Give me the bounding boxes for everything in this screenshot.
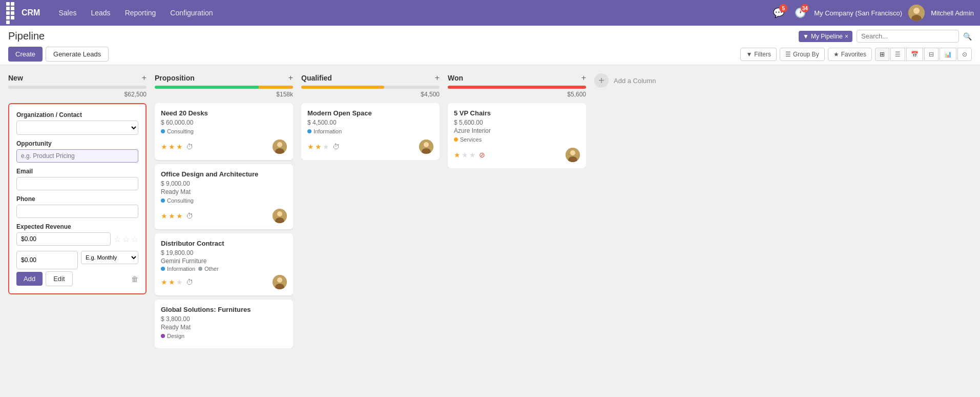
card-distributor-contract[interactable]: Distributor Contract $ 19,800.00 Gemini … — [155, 233, 293, 295]
chart-view-button[interactable]: 📊 — [940, 48, 956, 61]
card-modern-open-space[interactable]: Modern Open Space $ 4,500.00 Information… — [301, 103, 440, 160]
card-footer-left: ★ ★ ★ ⊘ — [454, 151, 485, 159]
add-column-area: + Add a Column — [594, 73, 656, 389]
tag-dot — [307, 129, 311, 133]
column-proposition-progress — [155, 86, 293, 89]
nav-leads[interactable]: Leads — [85, 6, 116, 20]
add-button[interactable]: Add — [16, 272, 43, 286]
table-view-button[interactable]: ⊟ — [924, 48, 939, 61]
star-3[interactable]: ☆ — [131, 234, 138, 244]
column-won-add[interactable]: + — [581, 73, 586, 83]
star-3: ★ — [323, 143, 329, 151]
main-container: Pipeline ▼ My Pipeline × 🔍 Create Genera… — [0, 26, 980, 397]
card-5-vp-chairs[interactable]: 5 VP Chairs $ 5,600.00 Azure Interior Se… — [448, 103, 586, 168]
card-amount: $ 3,800.00 — [161, 315, 287, 323]
calendar-view-button[interactable]: 📅 — [906, 48, 923, 61]
my-pipeline-filter-tag[interactable]: ▼ My Pipeline × — [799, 31, 852, 42]
card-office-design[interactable]: Office Design and Architecture $ 9,000.0… — [155, 164, 293, 229]
svg-point-13 — [424, 142, 429, 147]
recurrence-select[interactable]: E.g. Monthly — [81, 251, 138, 264]
messages-badge[interactable]: 💬 5 — [771, 5, 786, 21]
column-won-cards: 5 VP Chairs $ 5,600.00 Azure Interior Se… — [448, 103, 586, 168]
group-by-button[interactable]: ☰ Group By — [780, 48, 825, 61]
card-amount: $ 9,000.00 — [161, 180, 287, 187]
card-stars: ★ ★ ★ — [454, 151, 476, 159]
priority-stars: ☆ ☆ ☆ — [114, 234, 138, 244]
filters-label: Filters — [754, 51, 771, 58]
column-proposition-cards: Need 20 Desks $ 60,000.00 Consulting ★ ★… — [155, 103, 293, 348]
star-1: ★ — [307, 143, 314, 151]
activities-badge[interactable]: 🕐 34 — [793, 5, 808, 21]
generate-leads-button[interactable]: Generate Leads — [46, 47, 109, 62]
search-icon[interactable]: 🔍 — [963, 32, 972, 41]
activity-view-button[interactable]: ⊙ — [957, 48, 972, 61]
company-selector[interactable]: My Company (San Francisco) — [814, 9, 902, 17]
nav-configuration[interactable]: Configuration — [164, 6, 219, 20]
page-header: Pipeline ▼ My Pipeline × 🔍 Create Genera… — [0, 26, 980, 65]
card-avatar — [566, 148, 580, 162]
favorites-button[interactable]: ★ Favorites — [828, 48, 872, 61]
tag-label: Services — [460, 136, 482, 143]
tag-label: Information — [314, 128, 342, 134]
group-by-label: Group By — [793, 51, 819, 58]
proposition-progress-green — [155, 86, 259, 89]
top-navigation: CRM Sales Leads Reporting Configuration … — [0, 0, 980, 26]
card-amount: $ 4,500.00 — [307, 119, 433, 126]
filter-tag-label: My Pipeline — [811, 33, 843, 40]
tag-label: Design — [167, 333, 184, 339]
email-label: Email — [16, 168, 138, 175]
svg-point-10 — [277, 277, 282, 283]
delete-button[interactable]: 🗑 — [131, 275, 138, 283]
edit-button[interactable]: Edit — [46, 271, 72, 286]
column-qualified-cards: Modern Open Space $ 4,500.00 Information… — [301, 103, 440, 160]
search-input[interactable] — [857, 30, 959, 43]
username[interactable]: Mitchell Admin — [931, 9, 974, 17]
form-actions: Add Edit 🗑 — [16, 271, 138, 286]
card-avatar — [273, 140, 287, 154]
view-toggle: ⊞ ☰ 📅 ⊟ 📊 ⊙ — [875, 48, 972, 61]
card-tag: Design — [161, 333, 184, 339]
column-proposition: Proposition + $158k Need 20 Desks $ 60,0… — [155, 73, 293, 389]
card-global-solutions[interactable]: Global Solutions: Furnitures $ 3,800.00 … — [155, 300, 293, 348]
star-1[interactable]: ☆ — [114, 234, 121, 244]
column-new-add[interactable]: + — [142, 73, 147, 83]
opportunity-input[interactable] — [16, 149, 138, 163]
activities-count: 34 — [801, 4, 809, 12]
avatar[interactable] — [908, 5, 925, 21]
page-title: Pipeline — [8, 30, 45, 42]
kanban-view-button[interactable]: ⊞ — [875, 48, 889, 61]
nav-sales[interactable]: Sales — [52, 6, 82, 20]
nav-reporting[interactable]: Reporting — [119, 6, 162, 20]
add-column-label[interactable]: Add a Column — [614, 77, 656, 85]
star-3: ★ — [176, 278, 183, 286]
revenue-input[interactable] — [16, 232, 111, 246]
phone-input[interactable] — [16, 205, 138, 218]
column-qualified-add[interactable]: + — [435, 73, 440, 83]
card-need-20-desks[interactable]: Need 20 Desks $ 60,000.00 Consulting ★ ★… — [155, 103, 293, 160]
add-column-plus-icon[interactable]: + — [594, 73, 609, 88]
app-name[interactable]: CRM — [22, 8, 40, 17]
filters-button[interactable]: ▼ Filters — [740, 48, 777, 61]
org-contact-select[interactable] — [16, 121, 138, 135]
card-avatar — [419, 140, 433, 154]
email-input[interactable] — [16, 177, 138, 190]
create-button[interactable]: Create — [8, 47, 43, 62]
apps-icon[interactable] — [6, 2, 16, 24]
filter-tag-remove[interactable]: × — [845, 33, 848, 40]
prorated-revenue-input[interactable] — [16, 251, 78, 269]
favorites-label: Favorites — [841, 51, 866, 58]
star-2[interactable]: ☆ — [122, 234, 130, 244]
star-2: ★ — [315, 143, 322, 151]
star-1: ★ — [161, 278, 168, 286]
phone-label: Phone — [16, 195, 138, 203]
org-contact-label: Organization / Contact — [16, 111, 138, 118]
column-proposition-add[interactable]: + — [288, 73, 293, 83]
recurrence-row: E.g. Monthly — [16, 251, 138, 269]
card-title: Distributor Contract — [161, 240, 287, 247]
card-title: 5 VP Chairs — [454, 109, 580, 117]
card-stars: ★ ★ ★ — [161, 143, 183, 151]
svg-point-4 — [277, 142, 282, 147]
star-1: ★ — [161, 212, 168, 220]
card-timer: ⏱ — [186, 212, 193, 220]
list-view-button[interactable]: ☰ — [890, 48, 905, 61]
